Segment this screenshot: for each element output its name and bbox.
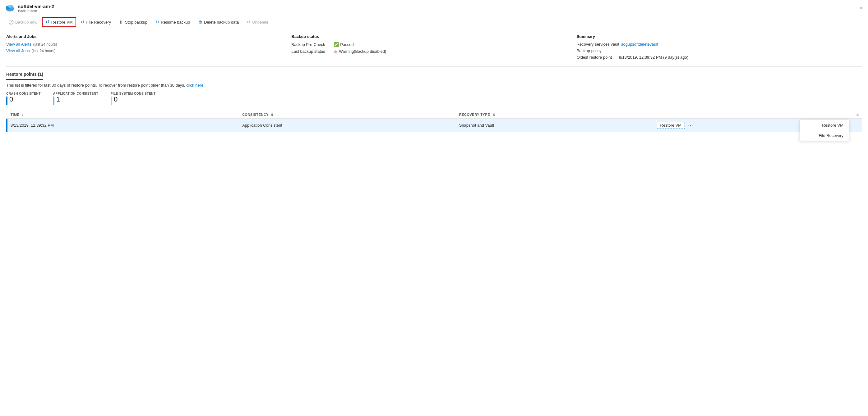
file-restore-icon: ↺ — [81, 20, 85, 25]
fs-consistent-item: FILE-SYSTEM CONSISTENT 0 — [111, 92, 155, 105]
table-wrapper: TIME ↓ CONSISTENCY ⇅ RECOVERY TYPE ⇅ — [6, 111, 862, 132]
backup-status-heading: Backup status — [291, 34, 577, 39]
alerts-jobs-col: Alerts and Jobs View all Alerts (last 24… — [6, 34, 291, 62]
fs-bar — [111, 97, 112, 105]
app-value: 1 — [56, 96, 60, 103]
crash-bar-num: 0 — [6, 96, 41, 105]
jobs-suffix: (last 24 hours) — [32, 49, 56, 53]
last-backup-value: Warning(Backup disabled) — [339, 49, 386, 54]
file-recovery-button[interactable]: ↺ File Recovery — [78, 18, 114, 26]
warning-icon: ⚠ — [334, 49, 338, 54]
app-consistent-label: APPLICATION CONSISTENT — [53, 92, 98, 95]
fs-bar-num: 0 — [111, 96, 155, 105]
backup-status-col: Backup status Backup Pre-Check ✅ Passed … — [291, 34, 577, 62]
info-columns: Alerts and Jobs View all Alerts (last 24… — [6, 34, 862, 67]
restore-section: Restore points (1) This list is filtered… — [6, 72, 862, 132]
azure-icon — [5, 3, 15, 13]
table-head: TIME ↓ CONSISTENCY ⇅ RECOVERY TYPE ⇅ — [6, 111, 862, 118]
table-row[interactable]: 8/13/2019, 12:39:32 PM Application Consi… — [6, 118, 862, 132]
consistency-sort-icon: ⇅ — [271, 113, 274, 116]
svg-point-3 — [8, 5, 12, 8]
restore-points-heading: Restore points (1) — [6, 72, 43, 80]
window-header: softdel-vm-am-2 Backup Item × — [0, 0, 868, 15]
table-header-row: TIME ↓ CONSISTENCY ⇅ RECOVERY TYPE ⇅ — [6, 111, 862, 118]
inline-restore-vm-button[interactable]: Restore VM — [657, 122, 685, 129]
oldest-row: Oldest restore point 8/13/2019, 12:39:32… — [577, 55, 862, 60]
precheck-row: Backup Pre-Check ✅ Passed — [291, 42, 577, 47]
row-actions: Restore VM ⋯ Restore VM File Recovery — [657, 122, 859, 129]
actions-col-header: ⇅ — [654, 111, 862, 118]
alerts-suffix: (last 24 hours) — [33, 42, 57, 46]
last-backup-label: Last backup status — [291, 49, 332, 54]
consistency-col-header[interactable]: CONSISTENCY ⇅ — [239, 111, 456, 118]
stop-backup-button[interactable]: ⏸ Stop backup — [116, 18, 151, 26]
window-container: softdel-vm-am-2 Backup Item × 🕐 Backup n… — [0, 0, 868, 416]
app-bar-num: 1 — [53, 96, 98, 105]
precheck-label: Backup Pre-Check — [291, 42, 332, 47]
recovery-sort-icon: ⇅ — [492, 113, 495, 116]
app-bar — [53, 97, 54, 105]
title-text: softdel-vm-am-2 Backup Item — [18, 4, 54, 13]
fs-value: 0 — [114, 96, 118, 103]
window-title: softdel-vm-am-2 — [18, 4, 54, 9]
summary-col: Summary Recovery services vault sogupsof… — [577, 34, 862, 62]
consistency-cell: Application Consistent — [239, 118, 456, 132]
view-alerts-link[interactable]: View all Alerts — [6, 42, 31, 46]
table-body: 8/13/2019, 12:39:32 PM Application Consi… — [6, 118, 862, 132]
click-here-link[interactable]: click here. — [186, 83, 205, 88]
more-actions-button[interactable]: ⋯ — [686, 122, 695, 129]
time-cell: 8/13/2019, 12:39:32 PM — [7, 118, 239, 132]
vault-value[interactable]: sogupsoftdeletevault — [621, 42, 658, 46]
time-col-header[interactable]: TIME ↓ — [7, 111, 239, 118]
stop-icon: ⏸ — [119, 20, 123, 25]
actions-sort-icon: ⇅ — [856, 113, 859, 116]
policy-value: - — [619, 48, 620, 53]
crash-bar — [6, 97, 7, 105]
oldest-label: Oldest restore point — [577, 55, 617, 60]
undelete-button[interactable]: ↺ Undelete — [243, 18, 272, 26]
context-file-recovery[interactable]: File Recovery — [800, 130, 849, 141]
consistency-bars: CRASH CONSISTENT 0 APPLICATION CONSISTEN… — [6, 92, 862, 105]
restore-vm-button[interactable]: ↺ Restore VM — [42, 17, 76, 27]
title-area: softdel-vm-am-2 Backup Item — [5, 3, 54, 13]
restore-table: TIME ↓ CONSISTENCY ⇅ RECOVERY TYPE ⇅ — [6, 111, 862, 132]
crash-consistent-label: CRASH CONSISTENT — [6, 92, 41, 95]
view-jobs-link[interactable]: View all Jobs — [6, 48, 30, 53]
delete-backup-button[interactable]: 🗑 Delete backup data — [195, 18, 242, 26]
last-backup-row: Last backup status ⚠ Warning(Backup disa… — [291, 49, 577, 54]
policy-label: Backup policy — [577, 48, 617, 53]
precheck-badge: ✅ Passed — [334, 42, 353, 47]
undelete-icon: ↺ — [247, 20, 251, 25]
alerts-jobs-heading: Alerts and Jobs — [6, 34, 291, 39]
policy-row: Backup policy - — [577, 48, 862, 53]
clock-icon: 🕐 — [8, 20, 14, 25]
time-sort-icon: ↓ — [22, 113, 24, 116]
recovery-type-cell: Snapshot and Vault — [456, 118, 654, 132]
window-subtitle: Backup Item — [18, 9, 54, 13]
main-content: Alerts and Jobs View all Alerts (last 24… — [0, 29, 868, 137]
vault-row: Recovery services vault sogupsoftdeletev… — [577, 42, 862, 46]
last-backup-badge: ⚠ Warning(Backup disabled) — [334, 49, 386, 54]
view-jobs-row: View all Jobs (last 24 hours) — [6, 48, 291, 53]
context-menu-popup: Restore VM File Recovery — [800, 120, 849, 141]
context-restore-vm[interactable]: Restore VM — [800, 120, 849, 130]
crash-value: 0 — [9, 96, 13, 103]
app-consistent-item: APPLICATION CONSISTENT 1 — [53, 92, 98, 105]
row-actions-cell: Restore VM ⋯ Restore VM File Recovery — [654, 118, 862, 132]
close-button[interactable]: × — [860, 5, 863, 11]
recovery-type-col-header[interactable]: RECOVERY TYPE ⇅ — [456, 111, 654, 118]
check-icon: ✅ — [334, 42, 339, 47]
filter-note: This list is filtered for last 30 days o… — [6, 83, 862, 88]
restore-icon: ↺ — [46, 19, 50, 25]
backup-now-button[interactable]: 🕐 Backup now — [5, 18, 41, 26]
toolbar: 🕐 Backup now ↺ Restore VM ↺ File Recover… — [0, 15, 868, 29]
oldest-value: 8/13/2019, 12:39:32 PM (9 day(s) ago) — [619, 55, 688, 60]
fs-consistent-label: FILE-SYSTEM CONSISTENT — [111, 92, 155, 95]
crash-consistent-item: CRASH CONSISTENT 0 — [6, 92, 41, 105]
view-alerts-row: View all Alerts (last 24 hours) — [6, 42, 291, 46]
precheck-value: Passed — [340, 42, 353, 47]
resume-icon: ↻ — [155, 20, 159, 25]
resume-backup-button[interactable]: ↻ Resume backup — [152, 18, 193, 26]
delete-icon: 🗑 — [198, 20, 203, 25]
vault-label: Recovery services vault — [577, 42, 619, 46]
